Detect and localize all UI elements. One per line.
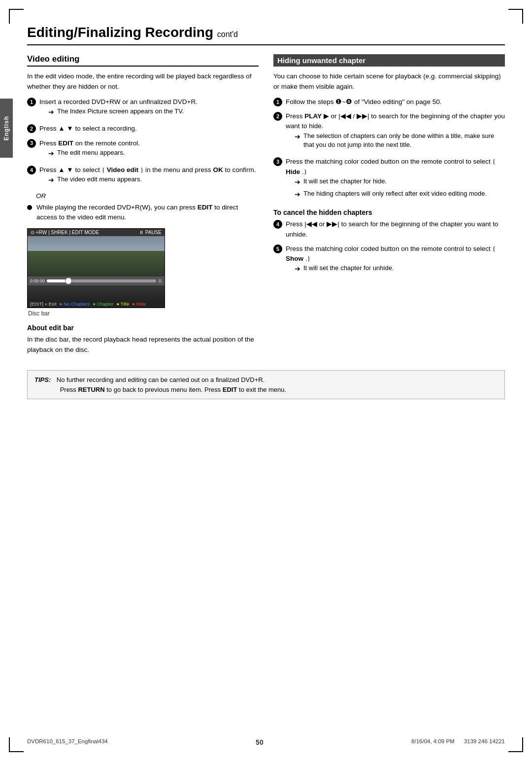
screenshot-box: ⊙ +RW | SHREK | EDIT MODE ⏸ PAUSE 0:00:0… bbox=[27, 228, 165, 308]
two-column-layout: Video editing In the edit video mode, th… bbox=[27, 54, 505, 360]
step-4-content: Press ▲ ▼ to select { Video edit } in th… bbox=[39, 165, 256, 188]
about-edit-bar-heading: About edit bar bbox=[27, 324, 259, 332]
step-num-1: 1 bbox=[27, 98, 36, 106]
step-num-2: 2 bbox=[27, 124, 36, 133]
cancel-step-num-4: 4 bbox=[273, 220, 282, 229]
footer-product-code: 3139 246 14221 bbox=[464, 738, 505, 744]
corner-mark-tr bbox=[508, 9, 523, 24]
right-step-2-arrow: ➔ The selection of chapters can only be … bbox=[295, 132, 505, 150]
language-label: English bbox=[3, 116, 10, 140]
step-1-content: Insert a recorded DVD+RW or an unfinaliz… bbox=[39, 97, 198, 120]
footer-page-number: 50 bbox=[256, 738, 264, 746]
tips-box: TIPS: No further recording and editing c… bbox=[27, 370, 505, 399]
right-step-num-3: 3 bbox=[273, 157, 282, 166]
about-edit-bar-text: In the disc bar, the record playback hea… bbox=[27, 335, 259, 355]
right-step-num-2: 2 bbox=[273, 112, 282, 121]
corner-mark-br bbox=[508, 737, 523, 752]
cancel-step-5-content: Press the matching color coded button on… bbox=[286, 244, 505, 277]
footer-left: DVDR610_615_37_Engfinal434 bbox=[27, 738, 108, 746]
hiding-intro-text: You can choose to hide certain scene for… bbox=[273, 71, 505, 92]
page-content: Editing/Finalizing Recording cont'd Vide… bbox=[27, 20, 505, 399]
cancel-step-4-content: Press |◀◀ or ▶▶| to search for the begin… bbox=[286, 219, 505, 240]
step-4-arrow: ➔ The video edit menu appears. bbox=[48, 175, 256, 185]
step-num-4: 4 bbox=[27, 166, 36, 174]
no-chapters-dot: ● No Chapters bbox=[60, 301, 90, 307]
step-1: 1 Insert a recorded DVD+RW or an unfinal… bbox=[27, 97, 259, 120]
bullet-item: While playing the recorded DVD+R(W), you… bbox=[27, 203, 259, 223]
left-column: Video editing In the edit video mode, th… bbox=[27, 54, 259, 360]
tips-line2: Press RETURN to go back to previous menu… bbox=[60, 386, 287, 393]
cancel-step-5: 5 Press the matching color coded button … bbox=[273, 244, 505, 277]
footer-right: 8/16/04, 4:09 PM 3139 246 14221 bbox=[411, 738, 505, 746]
video-editing-heading: Video editing bbox=[27, 54, 259, 67]
title-text: Editing/Finalizing Recording bbox=[27, 25, 213, 40]
right-step-1-content: Follow the steps ❶~❹ of "Video editing" … bbox=[286, 97, 441, 107]
step-3-content: Press EDIT on the remote control. ➔ The … bbox=[39, 138, 140, 161]
right-step-3-arrow1: ➔ It will set the chapter for hide. bbox=[295, 177, 505, 187]
footer-date: 8/16/04, 4:09 PM bbox=[411, 738, 455, 744]
disc-bar-visual: 0:00:00 ⊙ bbox=[28, 277, 165, 285]
corner-mark-bl bbox=[9, 737, 24, 752]
chapter-dot: ● Chapter bbox=[93, 301, 113, 307]
corner-mark-tl bbox=[9, 9, 24, 24]
hiding-unwanted-heading: Hiding unwanted chapter bbox=[273, 54, 505, 67]
video-editing-intro: In the edit video mode, the entire recor… bbox=[27, 71, 259, 92]
bullet-dot bbox=[27, 205, 32, 210]
screenshot-bottom-bar: [EDIT] = Exit ● No Chapters ● Chapter ● … bbox=[28, 300, 165, 308]
right-step-2-content: Press PLAY ▶ or |◀◀ / ▶▶| to search for … bbox=[286, 111, 505, 152]
right-step-1: 1 Follow the steps ❶~❹ of "Video editing… bbox=[273, 97, 505, 107]
screenshot-top-bar: ⊙ +RW | SHREK | EDIT MODE ⏸ PAUSE bbox=[28, 229, 165, 236]
right-step-3-arrow2: ➔ The hiding chapters will only reflect … bbox=[295, 189, 505, 199]
screenshot-top-right: ⏸ PAUSE bbox=[139, 230, 162, 235]
cancel-step-4: 4 Press |◀◀ or ▶▶| to search for the beg… bbox=[273, 219, 505, 240]
right-step-2: 2 Press PLAY ▶ or |◀◀ / ▶▶| to search fo… bbox=[273, 111, 505, 152]
right-step-3-content: Press the matching color coded button on… bbox=[286, 157, 505, 202]
screenshot-image: 0:00:00 ⊙ bbox=[28, 236, 165, 300]
page-footer: DVDR610_615_37_Engfinal434 50 8/16/04, 4… bbox=[27, 738, 505, 746]
language-tab: English bbox=[0, 99, 13, 158]
screenshot-top-left: ⊙ +RW | SHREK | EDIT MODE bbox=[31, 230, 99, 235]
title-dot: ● Title bbox=[117, 301, 130, 307]
step-4: 4 Press ▲ ▼ to select { Video edit } in … bbox=[27, 165, 259, 188]
disc-bar-label: Disc bar bbox=[28, 310, 259, 317]
cancel-hidden-heading: To cancel the hidden chapters bbox=[273, 208, 505, 216]
step-2: 2 Press ▲ ▼ to select a recording. bbox=[27, 124, 259, 134]
edit-exit-label: [EDIT] = Exit bbox=[30, 301, 57, 307]
right-step-3: 3 Press the matching color coded button … bbox=[273, 157, 505, 202]
page-title: Editing/Finalizing Recording cont'd bbox=[27, 25, 505, 45]
right-column: Hiding unwanted chapter You can choose t… bbox=[273, 54, 505, 360]
title-contd: cont'd bbox=[217, 30, 238, 38]
step-num-3: 3 bbox=[27, 139, 36, 148]
tips-label: TIPS: bbox=[34, 376, 51, 383]
hide-dot: ● Hide bbox=[132, 301, 146, 307]
step-3: 3 Press EDIT on the remote control. ➔ Th… bbox=[27, 138, 259, 161]
cancel-step-5-arrow: ➔ It will set the chapter for unhide. bbox=[295, 264, 505, 274]
disc-bar-track bbox=[47, 279, 156, 282]
step-3-arrow: ➔ The edit menu appears. bbox=[48, 148, 140, 158]
cancel-step-num-5: 5 bbox=[273, 244, 282, 253]
right-step-num-1: 1 bbox=[273, 98, 282, 106]
or-text: OR bbox=[36, 192, 259, 200]
step-2-content: Press ▲ ▼ to select a recording. bbox=[39, 124, 137, 134]
tips-line1: No further recording and editing can be … bbox=[57, 376, 265, 383]
step-1-arrow: ➔ The Index Picture screen appears on th… bbox=[48, 107, 198, 117]
